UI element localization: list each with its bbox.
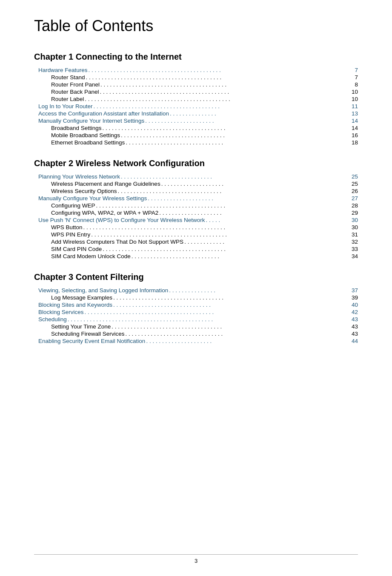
toc-entry-text: Use Push 'N' Connect (WPS) to Configure … xyxy=(38,217,205,223)
chapter-section-3: Chapter 3 Content FilteringViewing, Sele… xyxy=(34,272,358,344)
toc-entry: WPS PIN Entry. . . . . . . . . . . . . .… xyxy=(51,231,358,238)
toc-dots: . . . . . . . . . . . . . . . . . . . . … xyxy=(84,96,352,102)
toc-dots: . . . . . . . . . . . . . . . xyxy=(168,287,352,294)
toc-dots: . . . . . . . . . . . . . . . . . . . . … xyxy=(85,74,355,81)
toc-entry-text: WPS PIN Entry xyxy=(51,231,90,238)
toc-page-number: 39 xyxy=(352,294,358,301)
chapter-heading-2: Chapter 2 Wireless Network Configuration xyxy=(34,158,358,168)
toc-entry: Router Back Panel . . . . . . . . . . . … xyxy=(51,89,358,95)
toc-page-number: 13 xyxy=(352,110,358,117)
toc-entry-text: Planning Your Wireless Network xyxy=(38,173,120,180)
toc-entry-text: Access the Configuration Assistant after… xyxy=(38,110,169,117)
toc-dots: . . . . . . . . . . . . . . . . . . . . … xyxy=(102,246,352,252)
chapter-section-2: Chapter 2 Wireless Network Configuration… xyxy=(34,158,358,259)
toc-entry: Ethernet Broadband Settings. . . . . . .… xyxy=(51,139,358,146)
toc-entry: Manually Configure Your Internet Setting… xyxy=(38,118,358,124)
toc-page-number: 14 xyxy=(352,125,358,131)
toc-dots: . . . . . . . . . . . . . . . . . . . . … xyxy=(145,338,352,344)
toc-entry: Blocking Sites and Keywords. . . . . . .… xyxy=(38,302,358,308)
toc-entry-text: SIM Card Modem Unlock Code xyxy=(51,253,131,259)
toc-dots: . . . . . . . . . . . . . . . . . . . . … xyxy=(95,202,352,209)
chapter-section-1: Chapter 1 Connecting to the InternetHard… xyxy=(34,52,358,146)
toc-page-number: 18 xyxy=(352,139,358,146)
toc-entry: Setting Your Time Zone . . . . . . . . .… xyxy=(51,323,358,330)
toc-dots: . . . . . . . . . . . . . . . . . . . . … xyxy=(88,67,355,73)
toc-page-number: 43 xyxy=(352,323,358,330)
chapter-heading-1: Chapter 1 Connecting to the Internet xyxy=(34,52,358,62)
toc-dots: . . . . . . . . . . . . . . . . . . . . … xyxy=(84,309,352,315)
toc-entry: Log In to Your Router . . . . . . . . . … xyxy=(38,103,358,109)
toc-dots: . . . . . xyxy=(205,217,352,223)
toc-entry: SIM Card Modem Unlock Code . . . . . . .… xyxy=(51,253,358,259)
toc-page-number: 42 xyxy=(352,309,358,315)
toc-page-number: 33 xyxy=(352,246,358,252)
toc-dots: . . . . . . . . . . . . . . . . . . . . xyxy=(158,210,352,216)
toc-entry-text: Viewing, Selecting, and Saving Logged In… xyxy=(38,287,168,294)
toc-entry-text: Hardware Features xyxy=(38,67,88,73)
toc-page-number: 10 xyxy=(352,96,358,102)
toc-entry-text: Router Back Panel xyxy=(51,89,99,95)
toc-page-number: 26 xyxy=(352,188,358,194)
toc-entry-text: Manually Configure Your Wireless Setting… xyxy=(38,195,147,202)
toc-page-number: 25 xyxy=(352,181,358,187)
toc-entry-text: WPS Button xyxy=(51,224,83,230)
toc-entry-text: Configuring WEP xyxy=(51,202,95,209)
toc-page-number: 14 xyxy=(352,118,358,124)
toc-entry: Use Push 'N' Connect (WPS) to Configure … xyxy=(38,217,358,223)
chapter-entries-2: Planning Your Wireless Network . . . . .… xyxy=(38,173,358,259)
toc-dots: . . . . . . . . . . . . . . . . . . . . … xyxy=(120,173,352,180)
toc-entry-text: Add Wireless Computers That Do Not Suppo… xyxy=(51,239,183,245)
toc-dots: . . . . . . . . . . . . . . . . . . . . … xyxy=(125,139,352,146)
toc-entry: Router Label. . . . . . . . . . . . . . … xyxy=(51,96,358,102)
toc-page-number: 34 xyxy=(352,253,358,259)
toc-entry-text: Setting Your Time Zone xyxy=(51,323,111,330)
bottom-divider xyxy=(34,554,358,555)
toc-entry-text: Configuring WPA, WPA2, or WPA + WPA2 xyxy=(51,210,158,216)
toc-entry: SIM Card PIN Code . . . . . . . . . . . … xyxy=(51,246,358,252)
toc-entry-text: Mobile Broadband Settings xyxy=(51,132,120,138)
chapter-heading-3: Chapter 3 Content Filtering xyxy=(34,272,358,282)
toc-page-number: 40 xyxy=(352,302,358,308)
toc-entry-text: Blocking Services xyxy=(38,309,84,315)
toc-entry: Access the Configuration Assistant after… xyxy=(38,110,358,117)
toc-entry-text: Enabling Security Event Email Notificati… xyxy=(38,338,145,344)
toc-entry: Router Stand . . . . . . . . . . . . . .… xyxy=(51,74,358,81)
toc-dots: . . . . . . . . . . . . . . . . . . . . … xyxy=(111,323,352,330)
toc-dots: . . . . . . . . . . . . . . . . . . . . … xyxy=(67,316,352,323)
toc-dots: . . . . . . . . . . . . . . . . . . . . … xyxy=(144,118,352,124)
toc-dots: . . . . . . . . . . . . . . . . . . . . … xyxy=(131,253,352,259)
toc-page-number: 31 xyxy=(352,231,358,238)
toc-page-number: 11 xyxy=(352,103,358,109)
toc-entry: Broadband Settings . . . . . . . . . . .… xyxy=(51,125,358,131)
toc-entry: Blocking Services. . . . . . . . . . . .… xyxy=(38,309,358,315)
toc-dots: . . . . . . . . . . . . . . . . . . . . … xyxy=(83,224,352,230)
toc-entry: Log Message Examples. . . . . . . . . . … xyxy=(51,294,358,301)
toc-dots: . . . . . . . . . . . . . xyxy=(183,239,352,245)
toc-entry-text: Scheduling xyxy=(38,316,67,323)
toc-entry-text: Wireless Placement and Range Guidelines xyxy=(51,181,160,187)
toc-page-number: 32 xyxy=(352,239,358,245)
toc-entry: Viewing, Selecting, and Saving Logged In… xyxy=(38,287,358,294)
toc-page-number: 7 xyxy=(355,67,358,73)
toc-page-number: 16 xyxy=(352,132,358,138)
toc-dots: . . . . . . . . . . . . . . . . . . . . … xyxy=(102,125,352,131)
toc-entry-text: Log Message Examples xyxy=(51,294,112,301)
page-number: 3 xyxy=(195,558,197,564)
toc-page-number: 28 xyxy=(352,202,358,209)
toc-page-number: 43 xyxy=(352,316,358,323)
toc-entry: Configuring WPA, WPA2, or WPA + WPA2. . … xyxy=(51,210,358,216)
toc-entry-text: Wireless Security Options xyxy=(51,188,117,194)
toc-page-number: 30 xyxy=(352,217,358,223)
toc-dots: . . . . . . . . . . . . . . . . . . . . … xyxy=(112,294,352,301)
toc-entry: Mobile Broadband Settings . . . . . . . … xyxy=(51,132,358,138)
toc-entry: WPS Button . . . . . . . . . . . . . . .… xyxy=(51,224,358,230)
toc-entry: Scheduling Firewall Services . . . . . .… xyxy=(51,331,358,337)
toc-page-number: 37 xyxy=(352,287,358,294)
toc-page-number: 8 xyxy=(355,81,358,88)
toc-entry: Planning Your Wireless Network . . . . .… xyxy=(38,173,358,180)
toc-entry: Configuring WEP . . . . . . . . . . . . … xyxy=(51,202,358,209)
toc-page-number: 27 xyxy=(352,195,358,202)
page-title: Table of Contents xyxy=(34,17,358,35)
toc-dots: . . . . . . . . . . . . . . . . . . . . … xyxy=(147,195,352,202)
toc-page-number: 29 xyxy=(352,210,358,216)
